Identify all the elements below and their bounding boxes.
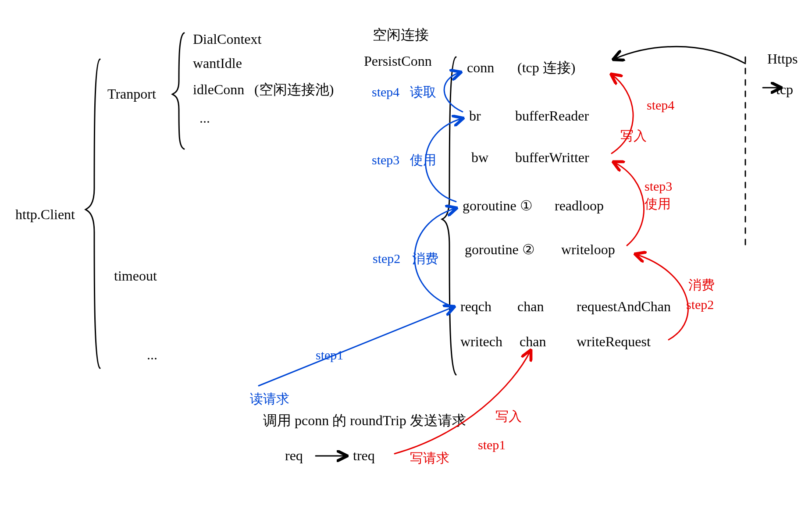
- reqch-type: requestAndChan: [577, 299, 671, 314]
- tcp-label: tcp: [776, 82, 793, 97]
- red-step4-note: 写入: [620, 128, 647, 143]
- red-step3-label: step3: [645, 179, 672, 193]
- persistconn-header: 空闲连接: [373, 27, 429, 43]
- transport-dialcontext: DialContext: [193, 31, 262, 47]
- red-step2-note: 消费: [688, 277, 715, 292]
- blue-step1-label: step1: [316, 348, 343, 362]
- blue-step3-note: 使用: [410, 153, 436, 167]
- writeloop-type: writeloop: [561, 242, 615, 257]
- reqch-mid: chan: [517, 299, 544, 314]
- red-step3-note: 使用: [645, 196, 671, 211]
- red-step4-label: step4: [647, 98, 674, 112]
- writeloop-name: goroutine ②: [465, 242, 535, 257]
- bw-type: bufferWritter: [515, 149, 589, 165]
- blue-step2-note: 消费: [412, 251, 438, 266]
- conn-note: (tcp 连接): [517, 60, 575, 75]
- writech-name: writech: [460, 334, 502, 349]
- readloop-type: readloop: [555, 198, 604, 213]
- conn-name: conn: [467, 60, 494, 75]
- transport-wantidle: wantIdle: [193, 55, 242, 71]
- transport-idleconn-note: (空闲连接池): [254, 82, 334, 97]
- red-step1-note: 写请求: [410, 451, 449, 465]
- red-step2-label: step2: [686, 297, 714, 312]
- bottom-treq: treq: [353, 448, 375, 463]
- blue-step4-note: 读取: [410, 85, 436, 99]
- bottom-desc: 调用 pconn 的 roundTrip 发送请求: [263, 412, 466, 428]
- bottom-req: req: [285, 448, 303, 463]
- timeout-more: ...: [147, 347, 157, 363]
- root-label: http.Client: [15, 206, 75, 222]
- persistconn-label: PersistConn: [364, 53, 432, 69]
- blue-step3-label: step3: [372, 153, 399, 167]
- timeout-label: timeout: [114, 268, 157, 284]
- blue-step2-label: step2: [373, 251, 400, 266]
- transport-idleconn: idleConn: [193, 82, 244, 97]
- writech-mid: chan: [520, 334, 546, 349]
- br-type: bufferReader: [515, 108, 589, 124]
- br-name: br: [469, 108, 481, 124]
- reqch-name: reqch: [460, 299, 491, 314]
- blue-step1-note: 读请求: [250, 391, 289, 406]
- readloop-name: goroutine ①: [463, 198, 533, 213]
- transport-more: ...: [199, 110, 210, 126]
- transport-label: Tranport: [107, 86, 156, 102]
- https-label: Https: [767, 51, 798, 67]
- bw-name: bw: [471, 149, 488, 165]
- writech-type: writeRequest: [577, 334, 651, 349]
- red-step1-action: 写入: [495, 409, 522, 423]
- blue-step4-label: step4: [372, 85, 399, 99]
- red-step1-label: step1: [478, 437, 506, 452]
